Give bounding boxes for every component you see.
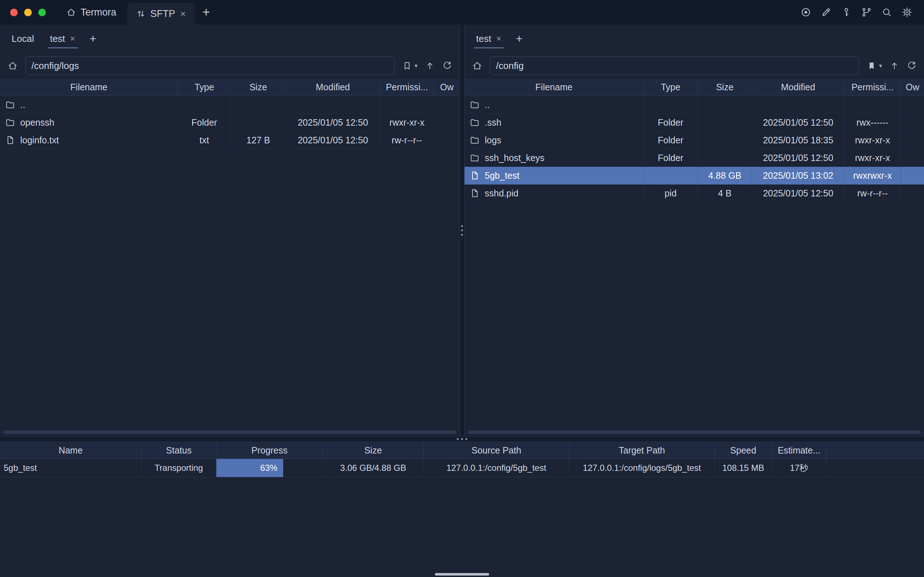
folder-icon (5, 118, 15, 127)
settings-gear-icon[interactable] (901, 7, 913, 18)
close-tab-icon[interactable]: × (496, 34, 502, 43)
home-icon[interactable] (7, 60, 18, 71)
file-owner (434, 131, 460, 149)
file-row[interactable]: logs Folder 2025/01/05 18:35 rwxr-xr-x (464, 131, 924, 149)
right-table-header: Filename Type Size Modified Permissi... … (464, 79, 924, 96)
add-connection-tab-button[interactable]: + (510, 24, 529, 53)
file-row[interactable]: .. (464, 96, 924, 114)
column-header-type[interactable]: Type (178, 79, 231, 96)
column-header-size[interactable]: Size (231, 79, 286, 96)
file-name: .. (20, 100, 25, 110)
file-type: Folder (178, 114, 231, 131)
column-header-name[interactable]: Name (0, 442, 142, 459)
bottom-scrollbar[interactable] (435, 573, 489, 575)
file-name: 5gb_test (485, 171, 519, 181)
horizontal-scrollbar[interactable] (3, 430, 456, 434)
file-row[interactable]: sshd.pid pid 4 B 2025/01/05 12:50 rw-r--… (464, 184, 924, 202)
file-row[interactable]: ssh_host_keys Folder 2025/01/05 12:50 rw… (464, 149, 924, 167)
file-row-selected[interactable]: 5gb_test 4.88 GB 2025/01/05 13:02 rwxrwx… (464, 167, 924, 184)
column-header-estimate[interactable]: Estimate... (772, 442, 826, 459)
close-tab-icon[interactable]: × (179, 9, 186, 18)
file-icon (5, 135, 15, 145)
refresh-icon[interactable] (907, 61, 917, 71)
key-icon[interactable] (841, 7, 852, 18)
column-header-owner[interactable]: Ow (901, 79, 924, 96)
git-branch-icon[interactable] (861, 7, 872, 18)
file-modified: 2025/01/05 13:02 (752, 167, 845, 184)
file-name: sshd.pid (485, 188, 518, 198)
file-modified: 2025/01/05 12:50 (752, 184, 845, 202)
file-size (698, 131, 752, 149)
add-connection-tab-button[interactable]: + (84, 24, 102, 53)
file-row[interactable]: .. (0, 96, 460, 114)
bookmark-icon[interactable] (402, 61, 412, 71)
column-header-speed[interactable]: Speed (715, 442, 772, 459)
column-header-filename[interactable]: Filename (464, 79, 644, 96)
bookmark-filled-icon[interactable] (867, 61, 877, 71)
home-icon[interactable] (472, 60, 482, 71)
chevron-down-icon[interactable]: ▾ (879, 62, 882, 70)
transfer-progress-label: 63% (260, 463, 277, 473)
column-header-permissions[interactable]: Permissi... (845, 79, 901, 96)
zoom-window-button[interactable] (38, 9, 46, 16)
close-tab-icon[interactable]: × (69, 34, 76, 43)
parent-directory-icon[interactable] (425, 61, 435, 71)
parent-directory-icon[interactable] (889, 61, 900, 71)
column-header-progress[interactable]: Progress (216, 442, 323, 459)
transfer-estimate: 17秒 (772, 459, 826, 477)
column-header-filename[interactable]: Filename (0, 79, 178, 96)
column-header-source-path[interactable]: Source Path (424, 442, 569, 459)
file-permissions: rwx------ (845, 114, 901, 131)
horizontal-scrollbar[interactable] (468, 430, 921, 434)
column-header-permissions[interactable]: Permissi... (380, 79, 434, 96)
column-header-size[interactable]: Size (698, 79, 752, 96)
new-tab-button[interactable]: + (195, 0, 217, 24)
file-type (644, 167, 698, 184)
sftp-dual-pane: Local test × + ▾ Filename (0, 24, 924, 436)
bookmark-control[interactable]: ▾ (402, 61, 418, 71)
file-row[interactable]: loginfo.txt txt 127 B 2025/01/05 12:50 r… (0, 131, 460, 149)
file-owner (901, 149, 924, 166)
bookmark-control[interactable]: ▾ (867, 61, 882, 71)
transfer-size: 3.06 GB/4.88 GB (323, 459, 424, 477)
edit-icon[interactable] (821, 7, 832, 18)
tab-termora[interactable]: Termora (55, 0, 127, 24)
tab-test-right[interactable]: test × (468, 24, 510, 53)
column-header-modified[interactable]: Modified (286, 79, 380, 96)
transfer-row[interactable]: 5gb_test Transporting 63% 3.06 GB/4.88 G… (0, 459, 924, 477)
right-path-input[interactable] (490, 56, 859, 75)
tab-test-left[interactable]: test × (42, 24, 84, 53)
file-name: .. (485, 100, 490, 110)
pane-splitter[interactable] (460, 24, 464, 436)
file-size: 4 B (698, 184, 752, 202)
file-name: openssh (20, 118, 55, 128)
file-row[interactable]: .ssh Folder 2025/01/05 12:50 rwx------ (464, 114, 924, 131)
column-header-modified[interactable]: Modified (752, 79, 845, 96)
tab-local[interactable]: Local (3, 24, 42, 53)
transfers-splitter[interactable] (0, 436, 924, 442)
search-icon[interactable] (881, 7, 892, 18)
close-window-button[interactable] (10, 9, 18, 16)
file-modified (752, 96, 845, 113)
column-header-target-path[interactable]: Target Path (569, 442, 715, 459)
left-path-input[interactable] (25, 56, 395, 75)
transfers-table-header: Name Status Progress Size Source Path Ta… (0, 442, 924, 459)
column-header-status[interactable]: Status (142, 442, 216, 459)
record-icon[interactable] (800, 7, 811, 18)
file-type: txt (178, 131, 231, 149)
file-modified: 2025/01/05 12:50 (286, 131, 380, 149)
column-header-size[interactable]: Size (323, 442, 424, 459)
tab-local-label: Local (11, 33, 34, 44)
chevron-down-icon[interactable]: ▾ (414, 62, 418, 70)
column-header-type[interactable]: Type (644, 79, 698, 96)
tab-sftp[interactable]: SFTP × (127, 3, 195, 24)
file-size (698, 96, 752, 113)
window-controls (0, 0, 55, 24)
transfer-speed: 108.15 MB (715, 459, 772, 477)
file-row[interactable]: openssh Folder 2025/01/05 12:50 rwxr-xr-… (0, 114, 460, 131)
minimize-window-button[interactable] (24, 9, 32, 16)
column-header-owner[interactable]: Ow (434, 79, 460, 96)
refresh-icon[interactable] (442, 61, 452, 71)
file-modified: 2025/01/05 12:50 (752, 114, 845, 131)
file-permissions (845, 96, 901, 113)
